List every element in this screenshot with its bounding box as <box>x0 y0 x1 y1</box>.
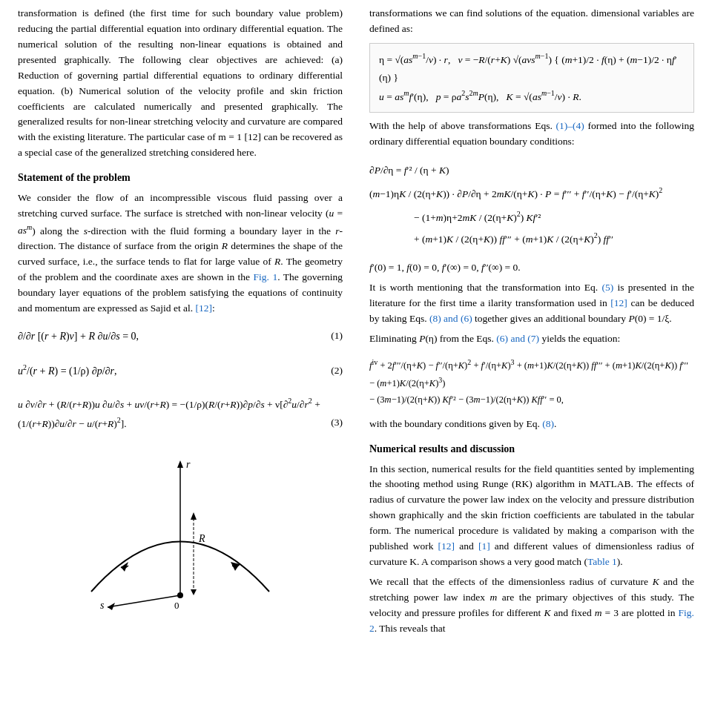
right-para-eliminating: Eliminating P(η) from the Eqs. (6) and (… <box>369 331 694 347</box>
right-para-similarity: It is worth mentioning that the transfor… <box>369 280 694 327</box>
section-heading-numerical: Numerical results and discussion <box>369 441 694 457</box>
left-para1: transformation is defined (the first tim… <box>18 6 343 161</box>
left-para1-text: transformation is defined (the first tim… <box>18 7 343 158</box>
eq3-number: (3) <box>323 394 343 431</box>
right-para-recall: We recall that the effects of the dimens… <box>369 575 694 637</box>
right-intro: transformations we can find solutions of… <box>369 6 694 37</box>
final-ode: fiv + 2f′′′/(η+K) − f′′/(η+K)2 + f′/(η+K… <box>369 353 694 411</box>
eqs-8-6-link[interactable]: (8) and (6) <box>429 313 472 324</box>
equation-2: u2/(r + R) = (1/ρ) ∂p/∂r, (2) <box>18 357 343 386</box>
svg-point-7 <box>177 592 183 598</box>
equation-1: ∂/∂r [(r + R)v] + R ∂u/∂s = 0, (1) <box>18 322 343 351</box>
eq5-link[interactable]: (5) <box>601 282 613 293</box>
fig1-link[interactable]: Fig. 1 <box>254 271 278 282</box>
right-bc-ref: with the boundary conditions given by Eq… <box>369 417 694 432</box>
boundary-conditions: f′(0) = 1, f(0) = 0, f′(∞) = 0, f′′(∞) =… <box>369 260 694 276</box>
eq2-number: (2) <box>323 363 343 379</box>
section-heading-problem: Statement of the problem <box>18 170 343 186</box>
ref1-link[interactable]: [1] <box>478 540 490 552</box>
right-para-after-eqs: With the help of above transformations E… <box>369 119 694 150</box>
right-para-numerical: In this section, numerical results for t… <box>369 462 694 570</box>
svg-text:r: r <box>186 459 191 470</box>
eqs-1-4-link[interactable]: (1)–(4) <box>556 120 584 131</box>
svg-marker-12 <box>191 512 197 520</box>
eq8-link[interactable]: (8) <box>542 418 554 429</box>
figure-1-svg: r s R 0 <box>54 447 306 625</box>
transformation-eqs: η = √(asm−1/v) · r, v = −R/(r+K) √(avsm−… <box>369 43 694 113</box>
svg-text:0: 0 <box>174 600 179 611</box>
ref12-link-2[interactable]: [12] <box>610 297 627 308</box>
fig2-link[interactable]: Fig. 2 <box>369 607 694 634</box>
right-column: transformations we can find solutions of… <box>356 0 712 728</box>
ref12-link-3[interactable]: [12] <box>438 540 455 552</box>
ode-equations: ∂P/∂η = f′² / (η + K) (m−1)ηK / (2(η+K))… <box>369 156 694 255</box>
eqs-6-7-link[interactable]: (6) and (7) <box>496 333 539 344</box>
table1-link[interactable]: Table 1 <box>587 556 617 567</box>
svg-text:s: s <box>100 600 105 611</box>
left-column: transformation is defined (the first tim… <box>0 0 356 728</box>
and-text-1: and <box>459 540 474 552</box>
ref12-link-1[interactable]: [12] <box>196 302 213 314</box>
svg-line-4 <box>108 595 180 607</box>
equation-3: u ∂v/∂r + (R/(r+R))u ∂u/∂s + uv/(r+R) = … <box>18 391 343 435</box>
svg-text:R: R <box>198 533 205 544</box>
svg-marker-13 <box>191 589 197 595</box>
figure-1: r s R 0 <box>18 447 343 625</box>
svg-marker-1 <box>177 460 183 468</box>
left-para2: We consider the flow of an incompressibl… <box>18 191 343 317</box>
eq1-number: (1) <box>323 328 343 344</box>
